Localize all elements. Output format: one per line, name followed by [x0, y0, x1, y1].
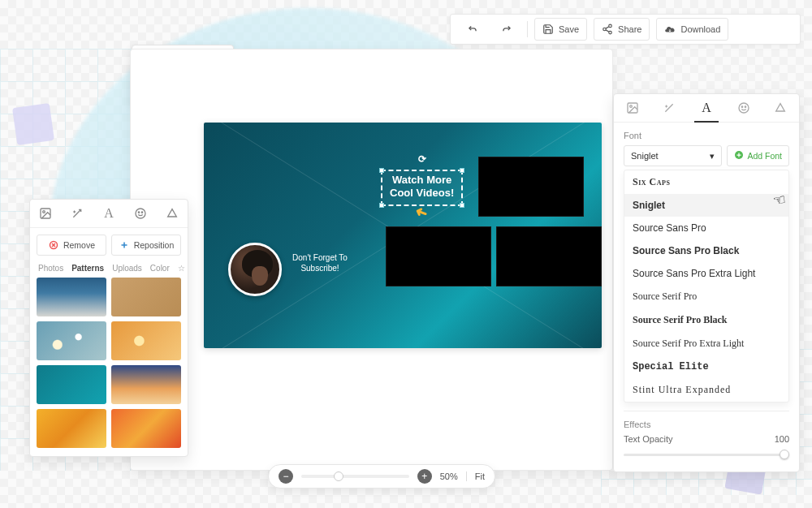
tab-image-r[interactable] [614, 94, 651, 122]
zoom-fit-button[interactable]: Fit [466, 471, 485, 481]
svg-point-9 [141, 212, 142, 213]
subtab-uploads[interactable]: Uploads [112, 264, 142, 273]
effects-section-label: Effects [624, 420, 789, 429]
subscribe-line1: Don't Forget To [290, 252, 350, 263]
plus-circle-icon [734, 150, 744, 161]
remove-icon [48, 239, 59, 251]
zoom-slider[interactable] [301, 475, 409, 478]
font-option[interactable]: Stint Ultra Expanded [624, 378, 788, 402]
font-dropdown: Six CapsSnigletSource Sans ProSource San… [624, 170, 789, 403]
svg-point-12 [629, 105, 632, 108]
share-button[interactable]: Share [594, 18, 650, 41]
tab-magic-r[interactable] [651, 94, 689, 122]
redo-button[interactable] [493, 18, 520, 41]
chevron-down-icon: ▾ [710, 151, 715, 161]
video-slot-2[interactable] [386, 226, 491, 286]
remove-label: Remove [63, 240, 95, 250]
text-opacity-value: 100 [775, 434, 789, 444]
subscribe-text[interactable]: Don't Forget To Subscribe! [290, 252, 350, 273]
tab-shapes-r[interactable] [762, 94, 799, 122]
zoom-out-button[interactable]: − [279, 469, 293, 484]
toolbar-separator [527, 21, 528, 37]
pattern-swatch-tan-grain[interactable] [111, 278, 181, 316]
slider-thumb[interactable] [780, 450, 789, 459]
font-select[interactable]: Sniglet ▾ [624, 145, 722, 166]
avatar-face-shape [252, 266, 268, 286]
tab-emoji-r[interactable] [725, 94, 762, 122]
font-panel: A Font Sniglet ▾ Add Font Six CapsSnigle… [613, 93, 800, 472]
resize-handle-tl[interactable] [379, 168, 384, 173]
avatar-circle[interactable] [228, 243, 282, 296]
text-opacity-label: Text Opacity [624, 434, 673, 444]
subscribe-line2: Subscribe! [290, 263, 350, 273]
svg-point-6 [43, 211, 45, 213]
reposition-icon [119, 239, 130, 251]
resize-handle-br[interactable] [460, 203, 464, 208]
editor-canvas[interactable]: Don't Forget To Subscribe! ➜ ⟳ Watch Mor… [204, 123, 602, 348]
redo-icon [501, 24, 512, 35]
resize-handle-tr[interactable] [460, 168, 464, 173]
subtab-color[interactable]: Color [150, 264, 170, 273]
download-icon [664, 24, 676, 35]
video-slot-1[interactable] [478, 157, 584, 217]
font-option[interactable]: Source Serif Pro [624, 285, 788, 308]
reposition-button[interactable]: Reposition [111, 235, 181, 256]
pattern-swatch-bokeh-warm[interactable] [111, 321, 181, 360]
font-option[interactable]: Sniglet [624, 194, 788, 217]
pattern-swatch-teal-flat[interactable] [37, 365, 106, 404]
add-font-button[interactable]: Add Font [727, 145, 789, 166]
zoom-bar: − + 50% Fit [268, 464, 495, 489]
headline-line1: Watch More [390, 174, 454, 187]
pattern-swatch-sunset-blur[interactable] [111, 365, 181, 404]
save-button[interactable]: Save [534, 18, 587, 41]
pattern-swatch-bokeh-cool[interactable] [37, 321, 106, 360]
tab-text[interactable]: A [93, 200, 125, 227]
video-slot-3[interactable] [496, 226, 602, 286]
font-tool-tabs: A [614, 94, 799, 123]
remove-button[interactable]: Remove [37, 235, 106, 256]
font-option[interactable]: Source Serif Pro Extra Light [624, 332, 788, 355]
favorites-star-icon[interactable]: ☆ [178, 264, 185, 273]
font-option[interactable]: Source Sans Pro Black [624, 239, 788, 262]
font-option[interactable]: Source Serif Pro Black [624, 308, 788, 332]
undo-icon [467, 24, 478, 35]
reposition-label: Reposition [134, 240, 175, 250]
selected-text-element[interactable]: ⟳ Watch More Cool Videos! [381, 170, 463, 206]
pattern-swatch-ocean-blur[interactable] [37, 278, 106, 316]
pattern-swatch-poly-fire[interactable] [111, 409, 181, 448]
pattern-swatch-poly-gold[interactable] [37, 409, 106, 448]
rotate-handle-icon[interactable]: ⟳ [418, 153, 426, 166]
pattern-swatches [30, 278, 188, 456]
svg-point-7 [136, 209, 145, 218]
subtab-photos[interactable]: Photos [38, 264, 63, 273]
add-font-label: Add Font [747, 151, 782, 161]
tab-emoji[interactable] [124, 200, 156, 227]
font-option[interactable]: Special Elite [624, 355, 788, 378]
svg-point-2 [609, 24, 612, 28]
slider-track [624, 454, 789, 456]
download-button[interactable]: Download [656, 18, 728, 41]
zoom-in-button[interactable]: + [417, 469, 432, 484]
svg-point-14 [741, 106, 742, 107]
tab-text-r[interactable]: A [688, 94, 725, 122]
tab-image[interactable] [30, 200, 62, 227]
svg-point-3 [603, 28, 607, 31]
tab-magic[interactable] [62, 200, 93, 227]
headline-line2: Cool Videos! [390, 187, 454, 200]
tab-shapes[interactable] [156, 200, 188, 227]
resize-handle-bl[interactable] [379, 203, 384, 208]
font-select-value: Sniglet [631, 151, 659, 161]
save-icon [542, 24, 554, 35]
font-option[interactable]: Source Sans Pro [624, 217, 788, 239]
font-option[interactable]: Six Caps [624, 170, 788, 194]
text-opacity-slider[interactable] [624, 449, 789, 460]
undo-button[interactable] [459, 18, 486, 41]
subtab-patterns[interactable]: Patterns [71, 264, 104, 273]
svg-point-15 [745, 106, 745, 107]
assets-panel: A Remove Reposition Photos Patterns Uplo… [29, 199, 188, 457]
font-option[interactable]: Source Sans Pro Extra Light [624, 262, 788, 285]
download-label: Download [680, 24, 720, 34]
zoom-thumb[interactable] [334, 471, 343, 481]
svg-point-4 [609, 31, 612, 34]
editor-canvas-wrap: Don't Forget To Subscribe! ➜ ⟳ Watch Mor… [130, 49, 613, 471]
